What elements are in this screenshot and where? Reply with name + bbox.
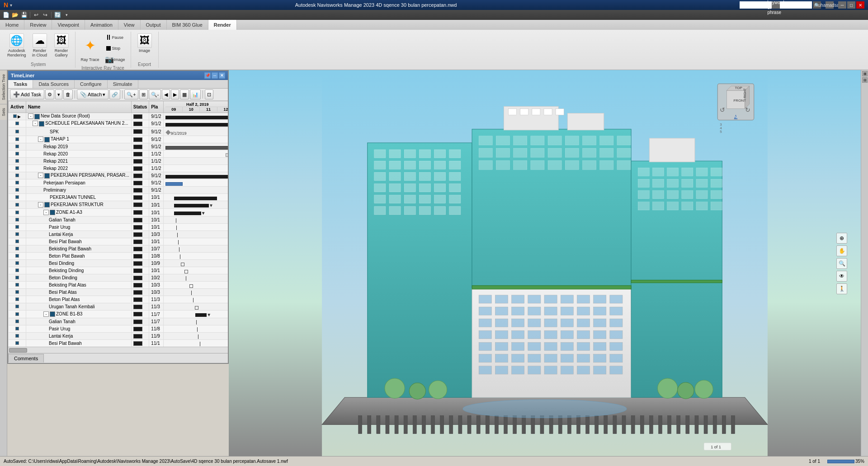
zoom-in-btn[interactable]: 🔍+ [124, 89, 138, 99]
table-row[interactable]: Bekisting Plat Bawah 10/7 [9, 245, 228, 253]
row-active[interactable] [9, 217, 26, 224]
row-active[interactable] [9, 253, 26, 260]
row-active[interactable] [9, 179, 26, 187]
image-btn[interactable]: 📷 Image [103, 54, 127, 65]
sidebar-tool-1[interactable]: ⊞ [862, 71, 868, 76]
look-tool[interactable]: 👁 [836, 271, 847, 282]
timeliner-pin-btn[interactable]: 📌 [204, 72, 211, 79]
table-row[interactable]: Besi Plat Atas 10/3 [9, 289, 228, 296]
tab-animation[interactable]: Animation [85, 20, 118, 30]
table-row[interactable]: Rekap 2019 9/1/2 [9, 143, 228, 151]
comments-tab[interactable]: Comments [8, 354, 44, 362]
row-active[interactable] [9, 318, 26, 325]
table-row[interactable]: Besi Dinding 10/9 [9, 260, 228, 267]
tasks-options-btn[interactable]: ⚙ [45, 89, 54, 99]
timeliner-minimize-btn[interactable]: ─ [212, 72, 218, 79]
row-active[interactable] [9, 143, 26, 151]
table-row[interactable]: Pekerjaan Persiapan 9/1/2 [9, 179, 228, 187]
row-active[interactable] [9, 260, 26, 267]
pause-btn[interactable]: ⏸ Pause [103, 33, 127, 42]
row-active[interactable] [9, 289, 26, 296]
row-active[interactable] [9, 224, 26, 231]
table-row[interactable]: Beton Plat Bawah 10/8 [9, 253, 228, 260]
table-row[interactable]: ▶ -New Data Source (Root) 9/1/2 [9, 113, 228, 120]
scrollbar-thumb[interactable] [9, 348, 27, 353]
table-row[interactable]: Rekap 2022 1/1/2 [9, 165, 228, 172]
tasks-dropdown-btn[interactable]: ▾ [55, 89, 62, 99]
add-task-btn[interactable]: ➕ Add Task [10, 89, 44, 99]
table-row[interactable]: -SCHEDULE PELAKSANAAN TAHUN 2... 9/1/2 [9, 120, 228, 127]
timeliner-close-btn[interactable]: ✕ [219, 72, 225, 79]
qa-redo-btn[interactable]: ↪ [41, 11, 49, 19]
restore-button[interactable]: □ [847, 1, 855, 9]
table-row[interactable]: Pasir Urug 11/8 [9, 325, 228, 333]
row-active[interactable] [9, 303, 26, 311]
qa-new-btn[interactable]: 📄 [2, 11, 10, 19]
table-row[interactable]: Galian Tanah 10/1 [9, 217, 228, 224]
expand-icon[interactable]: - [28, 113, 33, 119]
attach-btn[interactable]: 📎 Attach ▾ [77, 89, 108, 99]
zoom-out-btn[interactable]: 🔍- [149, 89, 161, 99]
tasks-delete-btn[interactable]: 🗑 [63, 89, 73, 99]
expand-icon[interactable]: - [43, 311, 49, 317]
scroll-right-btn[interactable]: ▶ [171, 89, 179, 99]
row-active[interactable] [9, 127, 26, 136]
row-active[interactable] [9, 151, 26, 158]
tab-render[interactable]: Render [208, 20, 237, 30]
tab-review[interactable]: Review [24, 20, 52, 30]
autodesk-rendering-btn[interactable]: 🌐 AutodeskRendering [5, 33, 28, 59]
expand-icon[interactable]: - [43, 210, 49, 215]
tab-bim360[interactable]: BIM 360 Glue [167, 20, 208, 30]
close-button[interactable]: ✕ [856, 1, 864, 9]
expand-icon[interactable]: - [33, 121, 38, 126]
row-active[interactable] [9, 194, 26, 201]
expand-icon[interactable]: - [38, 173, 43, 178]
row-active[interactable] [9, 311, 26, 318]
row-active[interactable] [9, 158, 26, 165]
zoom-fit-btn[interactable]: ⊞ [139, 89, 148, 99]
ray-trace-btn[interactable]: ✦ Ray Trace [79, 33, 101, 63]
table-row[interactable]: Urugan Tanah Kembali 11/3 [9, 303, 228, 311]
table-row[interactable]: Rekap 2020 1/1/2 [9, 151, 228, 158]
tab-viewpoint[interactable]: Viewpoint [52, 20, 85, 30]
tab-home[interactable]: Home [0, 20, 24, 30]
row-active[interactable] [9, 209, 26, 217]
row-active[interactable] [9, 282, 26, 289]
table-row[interactable]: Beton Dinding 10/2 [9, 274, 228, 282]
row-active[interactable] [9, 340, 26, 347]
row-active[interactable]: ▶ [9, 113, 26, 120]
table-row[interactable]: -PEKERJAAN STRUKTUR 10/1 ▼ [9, 201, 228, 209]
filter-btn[interactable]: ▦ [180, 89, 189, 99]
tl-tab-tasks[interactable]: Tasks [8, 80, 33, 88]
attach-selection-btn[interactable]: 🔗 [109, 89, 120, 99]
tl-tab-configure[interactable]: Configure [75, 80, 108, 88]
table-row[interactable]: Galian Tanah 11/7 [9, 318, 228, 325]
row-active[interactable] [9, 267, 26, 274]
walk-tool[interactable]: 🚶 [836, 283, 847, 294]
table-row[interactable]: -TAHAP 1 9/1/2 [9, 136, 228, 143]
column-btn[interactable]: 📊 [190, 89, 201, 99]
sidebar-tab-sets[interactable]: Sets [0, 104, 7, 120]
sidebar-tool-2[interactable]: ⊟ [862, 77, 868, 83]
qa-refresh-btn[interactable]: 🔄 [53, 11, 61, 19]
table-row[interactable]: Besi Plat Bawah 11/1 [9, 340, 228, 347]
tab-output[interactable]: Output [141, 20, 167, 30]
row-active[interactable] [9, 245, 26, 253]
scroll-left-btn[interactable]: ◀ [162, 89, 170, 99]
export-image-btn[interactable]: 🖼 Image [135, 33, 155, 54]
row-active[interactable] [9, 172, 26, 179]
table-row[interactable]: Bekisting Dinding 10/1 [9, 267, 228, 274]
table-row[interactable]: -PEKERJAAN PERSIAPAN, PRASAR... 9/1/2 [9, 172, 228, 179]
table-row[interactable]: Besi Plat Bawah 10/1 [9, 238, 228, 245]
qa-extra-btn[interactable]: ▾ [62, 11, 71, 19]
expand-icon[interactable]: - [38, 202, 43, 207]
fullscreen-btn[interactable]: ⊡ [205, 89, 213, 99]
table-row[interactable]: Beton Plat Atas 11/3 [9, 296, 228, 303]
row-active[interactable] [9, 187, 26, 194]
row-active[interactable] [9, 120, 26, 127]
row-active[interactable] [9, 136, 26, 143]
expand-icon[interactable]: - [38, 137, 43, 142]
timeliner-scrollbar[interactable] [8, 347, 228, 353]
tl-tab-datasources[interactable]: Data Sources [33, 80, 75, 88]
table-row[interactable]: Rekap 2021 1/1/2 [9, 158, 228, 165]
